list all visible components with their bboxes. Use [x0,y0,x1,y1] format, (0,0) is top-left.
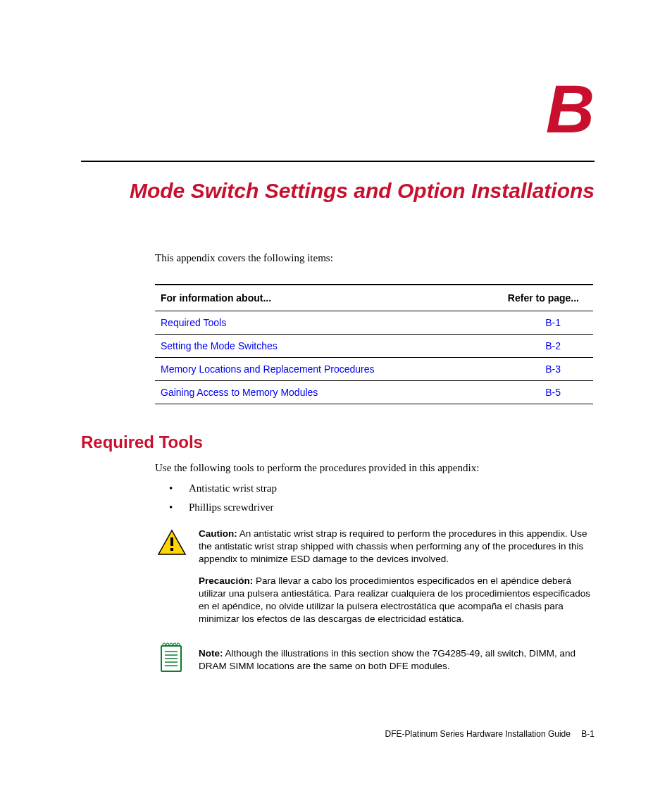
table-link[interactable]: Memory Locations and Replacement Procedu… [161,363,375,375]
table-page-link[interactable]: B-2 [545,340,561,351]
page-footer: DFE-Platinum Series Hardware Installatio… [385,729,595,739]
note-text: Note: Although the illustrations in this… [199,647,595,673]
appendix-letter: B [81,70,595,148]
title-rule [81,161,595,162]
caution-icon [155,528,189,556]
table-link[interactable]: Required Tools [161,317,226,328]
caution-text-en: Caution: An antistatic wrist strap is re… [199,528,595,566]
table-page-link[interactable]: B-3 [545,363,561,375]
table-row: Setting the Mode Switches B-2 [155,335,593,358]
caution-body-en: An antistatic wrist strap is required to… [199,528,587,564]
caution-block: Caution: An antistatic wrist strap is re… [155,528,595,626]
caution-body-es: Para llevar a cabo los procedimientos es… [199,575,590,625]
caution-label-es: Precaución: [199,575,253,586]
table-header-info: For information about... [155,285,467,311]
note-icon [155,640,189,673]
svg-rect-2 [170,548,173,551]
list-item: Antistatic wrist strap [169,482,595,494]
note-block: Note: Although the illustrations in this… [155,640,595,673]
section-heading-required-tools: Required Tools [81,432,595,452]
footer-doc-title: DFE-Platinum Series Hardware Installatio… [385,729,571,739]
table-link[interactable]: Setting the Mode Switches [161,340,278,351]
section-intro-text: Use the following tools to perform the p… [155,462,595,474]
intro-text: This appendix covers the following items… [155,252,595,264]
table-header-page: Refer to page... [467,285,593,311]
svg-rect-1 [170,537,173,546]
note-label: Note: [199,648,223,659]
reference-table: For information about... Refer to page..… [155,284,593,404]
table-row: Required Tools B-1 [155,311,593,335]
table-row: Gaining Access to Memory Modules B-5 [155,381,593,404]
footer-page-number: B-1 [581,729,595,739]
caution-label-en: Caution: [199,528,237,539]
table-page-link[interactable]: B-1 [545,317,561,328]
chapter-title: Mode Switch Settings and Option Installa… [81,179,595,203]
table-row: Memory Locations and Replacement Procedu… [155,358,593,381]
tools-list: Antistatic wrist strap Phillips screwdri… [169,482,595,513]
note-body-text: Although the illustrations in this secti… [199,648,575,671]
caution-text-es: Precaución: Para llevar a cabo los proce… [199,575,595,626]
table-page-link[interactable]: B-5 [545,387,561,398]
table-link[interactable]: Gaining Access to Memory Modules [161,387,318,398]
list-item: Phillips screwdriver [169,502,595,513]
